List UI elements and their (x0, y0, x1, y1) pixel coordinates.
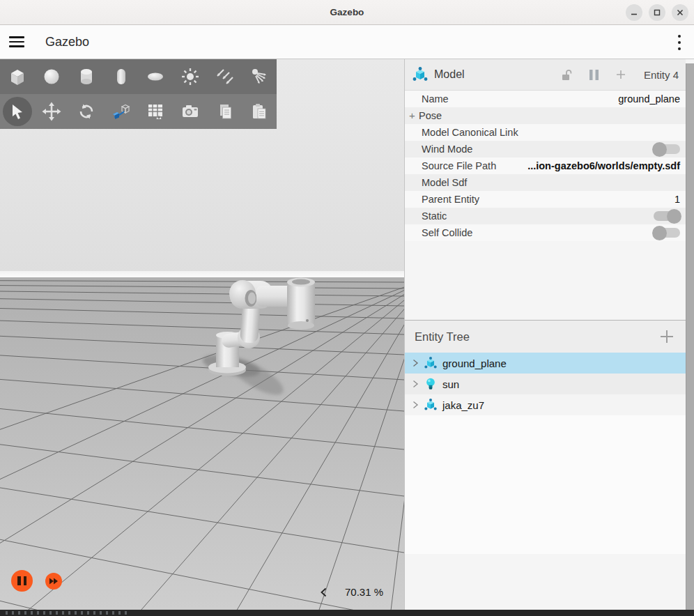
pause-button[interactable] (11, 570, 33, 592)
wind-mode-toggle[interactable] (654, 144, 680, 154)
inspector-row-name[interactable]: Name ground_plane (405, 91, 686, 107)
inspector-row-model-sdf[interactable]: Model Sdf (405, 174, 686, 191)
app-title: Gazebo (45, 35, 89, 49)
rotate-mode-button[interactable] (69, 94, 104, 129)
align-tool-icon (111, 101, 132, 122)
ellipsoid-button[interactable] (139, 59, 174, 94)
model-icon (412, 66, 429, 83)
close-button[interactable] (672, 4, 688, 21)
chevron-right-icon[interactable] (412, 380, 419, 388)
minimize-button[interactable] (626, 4, 642, 21)
inspector-row-self-collide[interactable]: Self Collide (405, 224, 686, 241)
speed-decrease-icon[interactable] (321, 587, 327, 597)
fast-forward-button[interactable] (45, 573, 62, 590)
speed-control: 70.31 % (321, 586, 383, 598)
camera-icon (180, 101, 201, 122)
inspector-title: Model (434, 68, 465, 81)
select-arrow-icon (8, 102, 26, 121)
inspector-row-wind-mode[interactable]: Wind Mode (405, 141, 686, 157)
window-controls (626, 4, 688, 21)
self-collide-toggle[interactable] (654, 228, 680, 238)
robot-shadow (201, 351, 288, 401)
inspector-header: Model Entity 4 (405, 59, 686, 91)
scene-viewport[interactable]: 70.31 % (0, 59, 404, 610)
toolbar-tools-row (0, 94, 277, 129)
minimize-icon (630, 8, 638, 17)
statusbar (0, 610, 694, 616)
titlebar[interactable]: Gazebo (0, 0, 694, 25)
menubar: Gazebo (0, 25, 694, 59)
grid-lines (0, 277, 404, 610)
inspector-row-pose[interactable]: + Pose (405, 107, 686, 124)
directional-light-icon (215, 66, 236, 87)
maximize-icon (653, 8, 661, 17)
maximize-button[interactable] (649, 4, 665, 21)
screenshot-button[interactable] (173, 94, 208, 129)
hamburger-menu-button[interactable] (9, 36, 24, 47)
options-menu-button[interactable] (677, 35, 681, 50)
close-icon (676, 8, 684, 17)
align-tool-button[interactable] (104, 94, 139, 129)
copy-icon (215, 102, 235, 121)
view-angle-button[interactable] (139, 94, 174, 129)
point-light-button[interactable] (173, 59, 208, 94)
select-mode-button[interactable] (0, 94, 35, 129)
statusbar-text-fragment (6, 611, 131, 615)
rotate-icon (77, 102, 96, 121)
fast-forward-icon (49, 578, 59, 585)
entity-tree-add-icon[interactable] (659, 329, 674, 344)
gazebo-window: Gazebo Gazebo (0, 0, 694, 616)
pause-icon (17, 576, 21, 585)
window-title: Gazebo (330, 7, 364, 17)
view-angle-icon (145, 101, 166, 122)
tree-item-sun[interactable]: sun (405, 374, 686, 394)
right-panel: Model Entity 4 (404, 59, 694, 610)
inspector-row-source-file[interactable]: Source File Path ...ion-gazebo6/worlds/e… (405, 157, 686, 174)
entity-tree-panel: Entity Tree ground_plane (405, 321, 686, 554)
copy-button[interactable] (208, 94, 242, 129)
light-icon (424, 377, 438, 391)
translate-mode-button[interactable] (35, 94, 70, 129)
inspector-row-parent-entity[interactable]: Parent Entity 1 (405, 191, 686, 208)
toolbar-shapes-row (0, 59, 277, 94)
directional-light-button[interactable] (208, 59, 242, 94)
chevron-right-icon[interactable] (412, 359, 419, 367)
entity-tree-title: Entity Tree (415, 330, 470, 344)
model-icon (424, 356, 438, 370)
entity-tree-header: Entity Tree (405, 321, 686, 353)
capsule-button[interactable] (104, 59, 139, 94)
spot-light-button[interactable] (242, 59, 277, 94)
tree-item-jaka-zu7[interactable]: jaka_zu7 (405, 394, 686, 415)
chevron-right-icon[interactable] (412, 401, 419, 409)
inspector-add-icon[interactable] (616, 70, 626, 79)
toolbar (0, 59, 277, 129)
static-toggle[interactable] (654, 211, 680, 221)
inspector-row-canonical-link[interactable]: Model Canonical Link (405, 124, 686, 141)
capsule-icon (111, 66, 132, 87)
model-icon (424, 398, 438, 412)
component-inspector: Model Entity 4 (405, 59, 686, 320)
point-light-icon (180, 66, 201, 87)
inspector-pause-icon[interactable] (589, 69, 599, 81)
tree-item-ground-plane[interactable]: ground_plane (405, 353, 686, 374)
unlock-icon[interactable] (561, 69, 572, 81)
sphere-icon (41, 66, 62, 87)
name-value: ground_plane (618, 93, 680, 105)
translate-icon (41, 101, 62, 122)
expand-icon[interactable]: + (409, 109, 415, 121)
speed-value[interactable]: 70.31 % (345, 586, 383, 598)
cylinder-button[interactable] (69, 59, 104, 94)
cylinder-icon (76, 66, 97, 87)
box-button[interactable] (0, 59, 35, 94)
inspector-row-static[interactable]: Static (405, 208, 686, 224)
sphere-button[interactable] (35, 59, 70, 94)
panel-scrollbar[interactable] (686, 63, 694, 610)
scene-render (0, 59, 404, 610)
parent-entity-value: 1 (674, 194, 680, 205)
paste-icon (249, 102, 269, 121)
spot-light-icon (249, 66, 270, 87)
source-file-value: ...ion-gazebo6/worlds/empty.sdf (527, 160, 680, 171)
paste-button[interactable] (242, 94, 277, 129)
inspector-empty-area (405, 241, 686, 320)
robot-arm[interactable] (208, 278, 315, 376)
